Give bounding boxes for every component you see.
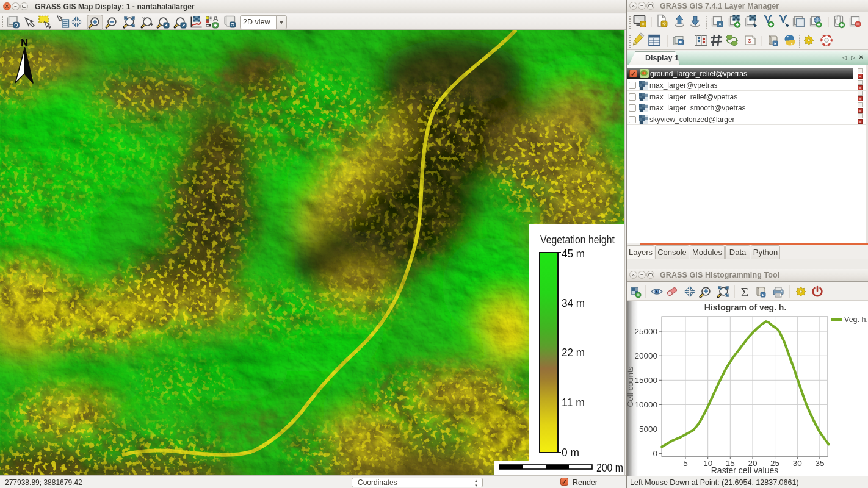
svg-text:200 m: 200 m — [596, 461, 623, 474]
svg-text:5000: 5000 — [639, 425, 657, 434]
svg-text:Raster cell values: Raster cell values — [711, 465, 779, 475]
svg-text:N: N — [21, 37, 28, 49]
svg-text:5: 5 — [683, 459, 688, 468]
svg-text:25000: 25000 — [634, 327, 657, 336]
svg-text:22 m: 22 m — [562, 346, 585, 359]
svg-text:Σ: Σ — [741, 284, 749, 300]
svg-text:0: 0 — [653, 449, 657, 458]
svg-text:0 m: 0 m — [562, 446, 579, 459]
svg-text:Vegetation height: Vegetation height — [540, 233, 615, 246]
svg-text:20000: 20000 — [634, 351, 657, 361]
svg-text:35: 35 — [815, 459, 824, 468]
svg-text:Veg. h.: Veg. h. — [844, 315, 868, 324]
svg-text:34 m: 34 m — [562, 296, 585, 309]
svg-text:15000: 15000 — [634, 376, 657, 385]
svg-text:10000: 10000 — [634, 400, 657, 409]
svg-text:30: 30 — [793, 459, 802, 468]
svg-text:45 m: 45 m — [562, 247, 585, 260]
svg-text:A: A — [213, 14, 219, 23]
svg-text:11 m: 11 m — [562, 396, 585, 409]
svg-text:Histogram of veg. h.: Histogram of veg. h. — [704, 303, 787, 312]
